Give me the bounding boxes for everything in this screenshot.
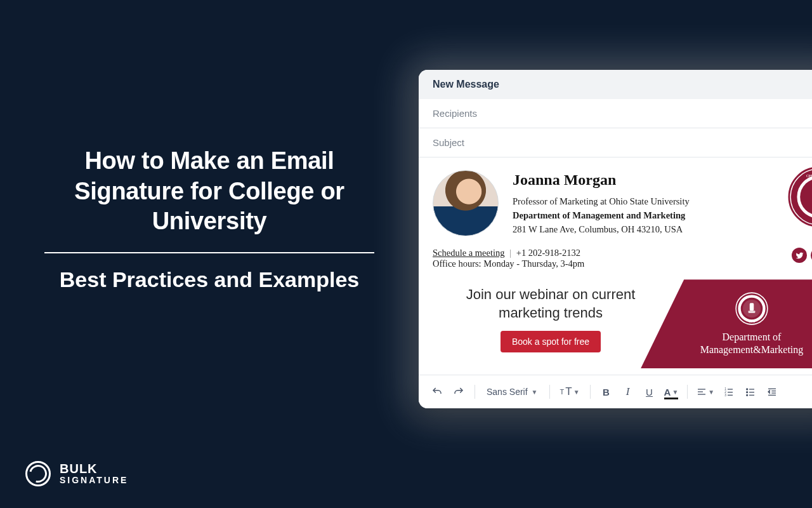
toolbar-separator bbox=[549, 385, 550, 399]
office-hours: Office hours: Monday - Thursday, 3-4pm bbox=[433, 258, 584, 269]
brand-name-line1: BULK bbox=[60, 462, 128, 476]
recipients-field[interactable]: Recipients bbox=[419, 99, 812, 128]
italic-button[interactable]: I bbox=[619, 382, 638, 402]
avatar bbox=[433, 170, 499, 236]
toolbar-separator bbox=[687, 385, 688, 399]
banner-dept-line2: Management&Marketing bbox=[700, 344, 804, 356]
signature-title: Professor of Marketing at Ohio State Uni… bbox=[513, 195, 812, 209]
undo-button[interactable] bbox=[428, 382, 447, 402]
compose-title: New Message bbox=[419, 70, 812, 99]
bold-button[interactable]: B bbox=[597, 382, 616, 402]
toolbar-separator bbox=[590, 385, 591, 399]
numbered-list-button[interactable]: 123 bbox=[719, 382, 738, 402]
banner-dept-line1: Department of bbox=[700, 331, 804, 344]
hero-headline: How to Make an Email Signature for Colle… bbox=[38, 146, 381, 237]
signature-address: 281 W Lane Ave, Columbus, OH 43210, USA bbox=[513, 223, 812, 237]
redo-button[interactable] bbox=[449, 382, 468, 402]
book-spot-button[interactable]: Book a spot for free bbox=[501, 331, 601, 352]
signature-name: Joanna Morgan bbox=[513, 171, 812, 189]
contact-info: Schedule a meeting | +1 202-918-2132 Off… bbox=[433, 248, 584, 269]
svg-point-22 bbox=[747, 389, 748, 390]
brand-icon bbox=[25, 461, 51, 486]
phone-number: +1 202-918-2132 bbox=[516, 248, 580, 258]
twitter-icon[interactable] bbox=[792, 248, 807, 263]
social-icons bbox=[792, 248, 812, 263]
svg-rect-10 bbox=[750, 304, 754, 311]
hero-subheadline: Best Practices and Examples bbox=[38, 266, 381, 293]
banner-title: Join our webinar on current marketing tr… bbox=[436, 286, 665, 322]
formatting-toolbar: Sans Serif ▼ TT ▼ B I U A ▼ ▼ 123 bbox=[419, 375, 812, 408]
webinar-banner: Join our webinar on current marketing tr… bbox=[419, 279, 812, 368]
indent-decrease-button[interactable] bbox=[763, 382, 782, 402]
svg-point-26 bbox=[747, 395, 748, 396]
bullet-list-button[interactable] bbox=[741, 382, 760, 402]
toolbar-separator bbox=[475, 385, 475, 399]
compose-window: New Message Recipients Subject Joanna Mo… bbox=[419, 70, 812, 408]
signature-department: Department of Management and Marketing bbox=[513, 209, 812, 223]
brand-name-line2: SIGNATURE bbox=[60, 476, 128, 485]
svg-text:OHIO STATE: OHIO STATE bbox=[806, 173, 812, 178]
hero-divider bbox=[44, 252, 374, 253]
signature-area: Joanna Morgan Professor of Marketing at … bbox=[419, 157, 812, 368]
banner-seal-icon: 1870 bbox=[735, 291, 769, 326]
svg-rect-11 bbox=[749, 311, 756, 313]
underline-button[interactable]: U bbox=[640, 382, 659, 402]
chevron-down-icon: ▼ bbox=[573, 389, 580, 396]
text-color-button[interactable]: A ▼ bbox=[662, 382, 681, 402]
align-button[interactable]: ▼ bbox=[694, 382, 717, 402]
font-size-button[interactable]: TT ▼ bbox=[556, 382, 584, 402]
svg-text:3: 3 bbox=[725, 394, 727, 397]
svg-point-24 bbox=[747, 392, 748, 393]
brand-logo: BULK SIGNATURE bbox=[25, 461, 128, 486]
university-seal-icon: OHIO STATE 1870 bbox=[788, 166, 812, 227]
chevron-down-icon: ▼ bbox=[532, 389, 538, 396]
hero-text-block: How to Make an Email Signature for Colle… bbox=[38, 146, 381, 293]
font-family-select[interactable]: Sans Serif ▼ bbox=[481, 387, 543, 397]
contact-separator: | bbox=[509, 248, 511, 258]
schedule-meeting-link[interactable]: Schedule a meeting bbox=[433, 248, 505, 258]
subject-field[interactable]: Subject bbox=[419, 128, 812, 157]
svg-text:1870: 1870 bbox=[749, 320, 755, 323]
